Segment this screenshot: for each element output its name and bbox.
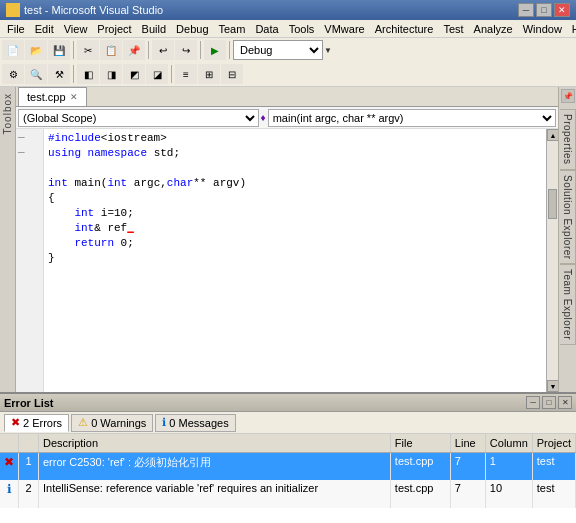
row-column: 10 bbox=[485, 480, 532, 508]
menu-file[interactable]: File bbox=[2, 22, 30, 36]
code-editor[interactable]: #include<iostream> using namespace std; … bbox=[44, 129, 546, 392]
tb2-btn3[interactable]: ⚒ bbox=[48, 64, 70, 84]
error-row-1[interactable]: ✖ 1 error C2530: 'ref' : 必须初始化引用 test.cp… bbox=[0, 452, 576, 480]
panel-float-btn[interactable]: □ bbox=[542, 396, 556, 409]
sep5 bbox=[73, 65, 74, 83]
menu-vmware[interactable]: VMware bbox=[319, 22, 369, 36]
title-bar-left: test - Microsoft Visual Studio bbox=[6, 3, 163, 17]
sep4 bbox=[229, 41, 230, 59]
start-btn[interactable]: ▶ bbox=[204, 40, 226, 60]
warnings-tab-label: 0 Warnings bbox=[91, 417, 146, 429]
row-file: test.cpp bbox=[390, 452, 450, 480]
scroll-thumb[interactable] bbox=[548, 189, 557, 219]
maximize-button[interactable]: □ bbox=[536, 3, 552, 17]
menu-debug[interactable]: Debug bbox=[171, 22, 213, 36]
open-btn[interactable]: 📂 bbox=[25, 40, 47, 60]
menu-tools[interactable]: Tools bbox=[284, 22, 320, 36]
tb2-btn10[interactable]: ⊟ bbox=[221, 64, 243, 84]
tab-label: test.cpp bbox=[27, 91, 66, 103]
undo-btn[interactable]: ↩ bbox=[152, 40, 174, 60]
solution-explorer-tab[interactable]: Solution Explorer bbox=[560, 170, 576, 265]
error-panel-titlebar: Error List ─ □ ✕ bbox=[0, 394, 576, 412]
configuration-select[interactable]: Debug bbox=[233, 40, 323, 60]
window-controls[interactable]: ─ □ ✕ bbox=[518, 3, 570, 17]
menu-architecture[interactable]: Architecture bbox=[370, 22, 439, 36]
editor-container: test.cpp ✕ (Global Scope) ♦ main(int arg… bbox=[16, 87, 558, 392]
menu-bar: File Edit View Project Build Debug Team … bbox=[0, 20, 576, 38]
menu-view[interactable]: View bbox=[59, 22, 93, 36]
menu-build[interactable]: Build bbox=[137, 22, 171, 36]
editor-scrollbar[interactable]: ▲ ▼ bbox=[546, 129, 558, 392]
panel-close-btn[interactable]: ✕ bbox=[558, 396, 572, 409]
errors-tab-label: 2 Errors bbox=[23, 417, 62, 429]
col-project: Project bbox=[532, 434, 575, 452]
row-line: 7 bbox=[450, 480, 485, 508]
line-numbers: ─ ─ bbox=[16, 129, 44, 392]
messages-tab[interactable]: ℹ 0 Messages bbox=[155, 414, 235, 432]
tab-close-icon[interactable]: ✕ bbox=[70, 92, 78, 102]
toolbox-panel: Toolbox bbox=[0, 87, 16, 392]
toolbox-label: Toolbox bbox=[2, 93, 13, 134]
errors-tab[interactable]: ✖ 2 Errors bbox=[4, 414, 69, 432]
scope-bar: (Global Scope) ♦ main(int argc, char ** … bbox=[16, 107, 558, 129]
toolbar-row-1: 📄 📂 💾 ✂ 📋 📌 ↩ ↪ ▶ Debug ▼ bbox=[0, 38, 576, 62]
col-description: Description bbox=[39, 434, 391, 452]
tb2-btn1[interactable]: ⚙ bbox=[2, 64, 24, 84]
sep6 bbox=[171, 65, 172, 83]
warnings-tab[interactable]: ⚠ 0 Warnings bbox=[71, 414, 153, 432]
window-title: test - Microsoft Visual Studio bbox=[24, 4, 163, 16]
paste-btn[interactable]: 📌 bbox=[123, 40, 145, 60]
menu-project[interactable]: Project bbox=[92, 22, 136, 36]
error-icon: ✖ bbox=[11, 416, 20, 429]
team-explorer-tab[interactable]: Team Explorer bbox=[560, 264, 576, 345]
row-description: IntelliSense: reference variable 'ref' r… bbox=[39, 480, 391, 508]
row-project: test bbox=[532, 480, 575, 508]
scroll-thumb-area[interactable] bbox=[547, 141, 558, 380]
menu-test[interactable]: Test bbox=[438, 22, 468, 36]
copy-btn[interactable]: 📋 bbox=[100, 40, 122, 60]
pin-btn[interactable]: 📌 bbox=[561, 89, 575, 103]
menu-edit[interactable]: Edit bbox=[30, 22, 59, 36]
save-btn[interactable]: 💾 bbox=[48, 40, 70, 60]
tb2-btn7[interactable]: ◪ bbox=[146, 64, 168, 84]
editor-tab-testcpp[interactable]: test.cpp ✕ bbox=[18, 87, 87, 106]
tb2-btn9[interactable]: ⊞ bbox=[198, 64, 220, 84]
row-line: 7 bbox=[450, 452, 485, 480]
row-column: 1 bbox=[485, 452, 532, 480]
title-bar: test - Microsoft Visual Studio ─ □ ✕ bbox=[0, 0, 576, 20]
properties-tab[interactable]: Properties bbox=[560, 109, 576, 170]
toolbar-row-2: ⚙ 🔍 ⚒ ◧ ◨ ◩ ◪ ≡ ⊞ ⊟ bbox=[0, 62, 576, 86]
menu-team[interactable]: Team bbox=[214, 22, 251, 36]
scroll-down-btn[interactable]: ▼ bbox=[547, 380, 558, 392]
redo-btn[interactable]: ↪ bbox=[175, 40, 197, 60]
col-num bbox=[19, 434, 39, 452]
messages-tab-label: 0 Messages bbox=[169, 417, 228, 429]
tb2-btn6[interactable]: ◩ bbox=[123, 64, 145, 84]
minimize-button[interactable]: ─ bbox=[518, 3, 534, 17]
close-button[interactable]: ✕ bbox=[554, 3, 570, 17]
scroll-up-btn[interactable]: ▲ bbox=[547, 129, 558, 141]
col-file: File bbox=[390, 434, 450, 452]
error-list-panel: Error List ─ □ ✕ ✖ 2 Errors ⚠ 0 Warnings… bbox=[0, 392, 576, 523]
error-row-2[interactable]: ℹ 2 IntelliSense: reference variable 're… bbox=[0, 480, 576, 508]
error-tabs: ✖ 2 Errors ⚠ 0 Warnings ℹ 0 Messages bbox=[0, 412, 576, 434]
method-select[interactable]: main(int argc, char ** argv) bbox=[268, 109, 556, 127]
menu-help[interactable]: Help bbox=[567, 22, 576, 36]
cut-btn[interactable]: ✂ bbox=[77, 40, 99, 60]
sep1 bbox=[73, 41, 74, 59]
vs-icon bbox=[6, 3, 20, 17]
new-btn[interactable]: 📄 bbox=[2, 40, 24, 60]
menu-data[interactable]: Data bbox=[250, 22, 283, 36]
tb2-btn4[interactable]: ◧ bbox=[77, 64, 99, 84]
tb2-btn8[interactable]: ≡ bbox=[175, 64, 197, 84]
row-description: error C2530: 'ref' : 必须初始化引用 bbox=[39, 452, 391, 480]
scope-select[interactable]: (Global Scope) bbox=[18, 109, 259, 127]
tb2-btn2[interactable]: 🔍 bbox=[25, 64, 47, 84]
menu-window[interactable]: Window bbox=[518, 22, 567, 36]
tb2-btn5[interactable]: ◨ bbox=[100, 64, 122, 84]
row-severity-icon: ℹ bbox=[0, 480, 19, 508]
menu-analyze[interactable]: Analyze bbox=[469, 22, 518, 36]
row-file: test.cpp bbox=[390, 480, 450, 508]
panel-pin-btn[interactable]: ─ bbox=[526, 396, 540, 409]
sep3 bbox=[200, 41, 201, 59]
